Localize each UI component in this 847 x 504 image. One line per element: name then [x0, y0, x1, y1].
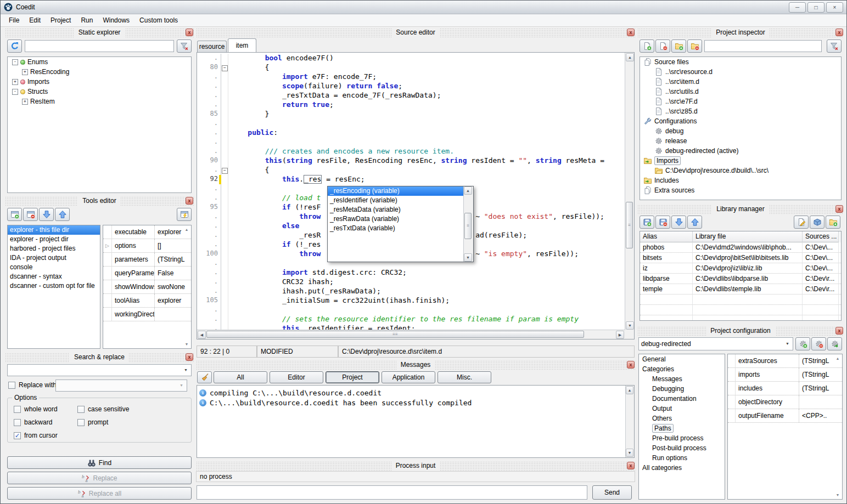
- table-row[interactable]: phobosC:\Dev\dmd2\windows\lib\phob...C:\…: [640, 242, 841, 253]
- project-tree-item[interactable]: Configurations: [640, 116, 841, 126]
- close-panel-icon[interactable]: x: [835, 29, 843, 36]
- property-value[interactable]: explorer: [155, 294, 191, 307]
- tree-expander-icon[interactable]: +: [12, 79, 18, 85]
- completion-item[interactable]: _resTxtData (variable): [328, 224, 463, 233]
- code-line[interactable]: . return true;: [197, 100, 625, 110]
- code-line[interactable]: . CRC32 ihash;: [197, 278, 625, 287]
- code-line[interactable]: 85 }: [197, 110, 625, 119]
- property-value[interactable]: (TStringL: [799, 382, 842, 395]
- filter-project[interactable]: Project: [326, 371, 379, 383]
- message-line[interactable]: icompiling C:\...\build\resource.d.coedi…: [197, 388, 634, 398]
- scroll-down-icon[interactable]: ▼: [626, 321, 634, 330]
- filter-editor[interactable]: Editor: [270, 371, 323, 383]
- property-row[interactable]: objectDirectory: [728, 395, 842, 409]
- minimize-button[interactable]: ─: [789, 2, 806, 13]
- search-term-combo[interactable]: ▼: [7, 364, 192, 376]
- table-row[interactable]: bitsetsC:\Dev\dproj\bitSet\lib\bitsets.l…: [640, 253, 841, 263]
- message-line[interactable]: iC:\...\build\resource.d.coedit has been…: [197, 398, 634, 407]
- property-value[interactable]: False: [155, 267, 191, 280]
- completion-item[interactable]: _resIdentifier (variable): [328, 196, 463, 205]
- remove-tool-button[interactable]: [23, 208, 38, 221]
- move-library-down-button[interactable]: [671, 216, 686, 229]
- clear-filter-button[interactable]: [177, 39, 192, 53]
- symbol-filter-input[interactable]: [25, 40, 174, 52]
- project-tree-item[interactable]: ..\src\item.d: [640, 77, 841, 87]
- tree-item-structs[interactable]: -Structs: [8, 87, 191, 97]
- inspector-filter-input[interactable]: [704, 40, 822, 52]
- send-button[interactable]: Send: [592, 485, 632, 500]
- property-row[interactable]: imports(TStringL: [728, 368, 842, 382]
- maximize-button[interactable]: □: [807, 2, 824, 13]
- fold-collapse-icon[interactable]: −: [222, 168, 228, 174]
- project-tree-item[interactable]: debug-redirected (active): [640, 146, 841, 156]
- checkbox-box[interactable]: [14, 419, 21, 426]
- replace-all-button[interactable]: ba Replace all: [7, 487, 192, 500]
- checkbox-box[interactable]: [14, 406, 21, 413]
- code-line[interactable]: .− {: [197, 166, 625, 175]
- move-tool-down-button[interactable]: [39, 208, 54, 221]
- property-value[interactable]: [799, 395, 842, 409]
- fold-collapse-icon[interactable]: −: [222, 65, 228, 71]
- tree-item-resitem[interactable]: +ResItem: [8, 97, 191, 106]
- code-line[interactable]: .: [197, 305, 625, 315]
- project-tree-item[interactable]: C:\Dev\dproj\resource.d\build\..\src\: [640, 166, 841, 175]
- add-configuration-button[interactable]: [795, 337, 810, 350]
- code-line[interactable]: 90 this(string resFile, ResEncoding resE…: [197, 156, 625, 166]
- category-item-general[interactable]: General: [639, 354, 725, 364]
- code-line[interactable]: . /// creates and encodes a new resource…: [197, 147, 625, 156]
- move-library-up-button[interactable]: [687, 216, 702, 229]
- tree-item-imports[interactable]: +Imports: [8, 77, 191, 87]
- replace-with-checkbox[interactable]: Replace with: [8, 381, 57, 389]
- category-item-run-options[interactable]: Run options: [639, 453, 725, 463]
- replace-term-combo[interactable]: ▼: [55, 380, 187, 392]
- tool-list-item[interactable]: dscanner - syntax: [8, 272, 100, 281]
- category-item-post-build-process[interactable]: Post-build process: [639, 443, 725, 453]
- tab-resource[interactable]: resource: [197, 41, 227, 52]
- code-line[interactable]: . public:: [197, 128, 625, 138]
- checkbox-backward[interactable]: backward: [14, 418, 52, 426]
- checkbox-prompt[interactable]: prompt: [77, 418, 108, 426]
- completion-item[interactable]: _resEncoding (variable): [328, 186, 463, 196]
- tool-list-item[interactable]: IDA - project output: [8, 253, 100, 263]
- add-folder-button[interactable]: [671, 39, 686, 53]
- project-tree-item[interactable]: debug: [640, 126, 841, 136]
- process-input-field[interactable]: [197, 485, 587, 500]
- editor-hscrollbar[interactable]: ◀ ▶ ≡≡: [197, 330, 625, 339]
- scroll-up-icon[interactable]: ▲: [464, 186, 472, 195]
- scroll-left-icon[interactable]: ◀: [198, 331, 206, 339]
- checkbox-case-sensitive[interactable]: case sensitive: [77, 405, 129, 413]
- property-row[interactable]: parameters(TStringL: [103, 253, 191, 267]
- project-tree-item[interactable]: Imports: [640, 156, 841, 166]
- close-panel-icon[interactable]: x: [627, 29, 635, 36]
- grid-scroll-down-icon[interactable]: ▼: [834, 493, 842, 497]
- code-line[interactable]: .: [197, 119, 625, 128]
- tree-expander-icon[interactable]: -: [12, 89, 18, 95]
- code-line[interactable]: . import std.digest.crc: CRC32;: [197, 268, 625, 278]
- clear-filter-button[interactable]: [827, 39, 842, 53]
- code-line[interactable]: . bool encodee7F(): [197, 54, 625, 63]
- code-line[interactable]: . ihash.put(_resRawData);: [197, 287, 625, 296]
- property-row[interactable]: outputFilename<CPP>..: [728, 409, 842, 423]
- remove-file-button[interactable]: [655, 39, 670, 53]
- property-row[interactable]: showWindowsswoNone: [103, 280, 191, 294]
- category-item-debugging[interactable]: Debugging: [639, 384, 725, 394]
- filter-misc[interactable]: Misc.: [437, 371, 491, 383]
- move-tool-up-button[interactable]: [55, 208, 70, 221]
- close-panel-icon[interactable]: x: [835, 205, 843, 213]
- category-item-messages[interactable]: Messages: [639, 374, 725, 384]
- configuration-select[interactable]: debug-redirected ▼: [638, 337, 793, 350]
- project-tree-item[interactable]: Includes: [640, 175, 841, 185]
- filter-application[interactable]: Application: [382, 371, 435, 383]
- grid-scroll-down-icon[interactable]: ▼: [183, 342, 190, 346]
- popup-scroll-thumb[interactable]: ≡: [464, 213, 472, 239]
- chevron-down-icon[interactable]: ▼: [182, 366, 190, 375]
- popup-scrollbar[interactable]: ▲ ▼ ≡: [463, 186, 473, 262]
- grid-scroll-up-icon[interactable]: ▲: [834, 356, 842, 360]
- category-item-paths[interactable]: Paths: [639, 423, 725, 433]
- category-item-all-categories[interactable]: All categories: [639, 463, 725, 473]
- tool-list-item[interactable]: explorer - project dir: [8, 235, 100, 244]
- project-tree-item[interactable]: ..\src\utils.d: [640, 87, 841, 97]
- property-row[interactable]: workingDirect: [103, 308, 191, 321]
- tool-list-item[interactable]: dscanner - custom opt for file: [8, 281, 100, 291]
- remove-library-button[interactable]: [655, 216, 670, 229]
